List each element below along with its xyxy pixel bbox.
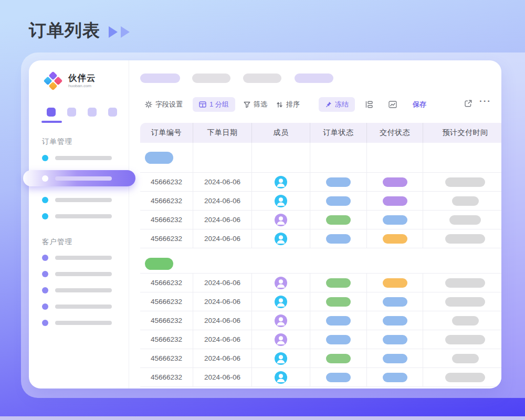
save-label: 保存: [413, 100, 426, 109]
table-row[interactable]: 45666232 2024-06-06: [140, 173, 501, 192]
filter-button[interactable]: 筛选: [244, 100, 267, 109]
sidebar-item[interactable]: [42, 213, 129, 219]
workspace-tab-active[interactable]: [47, 108, 56, 117]
table-row[interactable]: 45666232 2024-06-06: [140, 349, 501, 368]
table-row[interactable]: 45666232 2024-06-06: [140, 330, 501, 349]
share-button[interactable]: [464, 99, 472, 108]
column-header-order-date[interactable]: 下单日期: [193, 123, 252, 143]
member-cell: [252, 349, 310, 368]
member-cell: [252, 173, 310, 191]
order-status-pill: [326, 215, 351, 225]
view-tab-placeholder[interactable]: [192, 74, 230, 83]
view-tab-placeholder[interactable]: [295, 74, 333, 83]
workspace-tab[interactable]: [67, 108, 76, 117]
bullet-dot-icon: [42, 155, 48, 161]
freeze-button[interactable]: 冻结: [319, 97, 355, 112]
placeholder-bar: [55, 256, 112, 260]
column-header-order-number[interactable]: 订单编号: [140, 123, 193, 143]
column-header-delivery-status[interactable]: 交付状态: [367, 123, 423, 143]
placeholder-bar: [55, 288, 112, 292]
bullet-dot-icon: [42, 287, 48, 293]
order-date: 2024-06-06: [204, 216, 240, 224]
table-row[interactable]: 45666232 2024-06-06: [140, 311, 501, 330]
order-status-pill: [326, 354, 351, 363]
order-date-cell: 2024-06-06: [193, 173, 252, 191]
column-header-order-status[interactable]: 订单状态: [310, 123, 367, 143]
table-row[interactable]: 45666232 2024-06-06: [140, 229, 501, 248]
delivery-status-cell: [367, 211, 423, 229]
sidebar: 伙伴云 huoban.com 订单管理 客户管理: [29, 60, 129, 388]
sidebar-item-active[interactable]: [23, 170, 135, 186]
table-group-2: 45666232 2024-06-06 45666232 2024-: [140, 254, 501, 387]
table-row[interactable]: 45666232 2024-06-06: [140, 211, 501, 229]
funnel-icon: [244, 101, 250, 108]
order-date-cell: 2024-06-06: [193, 368, 252, 386]
order-date: 2024-06-06: [204, 354, 240, 362]
delivery-status-cell: [367, 173, 423, 191]
sidebar-item[interactable]: [42, 197, 129, 203]
sidebar-item[interactable]: [42, 287, 129, 293]
table-row[interactable]: 45666232 2024-06-06: [140, 368, 501, 387]
order-status-pill: [326, 278, 351, 288]
table-row[interactable]: 45666232 2024-06-06: [140, 292, 501, 311]
sort-label: 排序: [286, 100, 300, 109]
order-status-cell: [310, 274, 367, 292]
logo: 伙伴云 huoban.com: [43, 70, 129, 92]
group-pill[interactable]: [145, 152, 173, 164]
order-date-cell: 2024-06-06: [193, 211, 252, 229]
sidebar-item[interactable]: [42, 271, 129, 277]
chart-button[interactable]: [388, 100, 397, 109]
member-cell: [252, 274, 310, 292]
eta-pill: [445, 335, 485, 344]
order-number-cell: 45666232: [140, 173, 193, 191]
more-button[interactable]: ···: [479, 97, 491, 106]
field-settings-button[interactable]: 字段设置: [145, 100, 183, 109]
order-date: 2024-06-06: [204, 317, 240, 324]
row-height-button[interactable]: [365, 100, 373, 109]
order-number: 45666232: [151, 335, 182, 343]
order-number-cell: 45666232: [140, 274, 193, 292]
placeholder-bar: [55, 272, 112, 276]
save-button[interactable]: 保存: [413, 100, 426, 109]
column-header-member[interactable]: 成员: [252, 123, 310, 143]
order-status-cell: [310, 192, 367, 210]
eta-pill: [452, 316, 479, 326]
order-date: 2024-06-06: [204, 335, 240, 343]
order-number: 45666232: [151, 178, 182, 186]
bullet-dot-icon: [42, 175, 48, 182]
eta-cell: [423, 311, 501, 330]
member-cell: [252, 330, 310, 349]
sidebar-item[interactable]: [42, 320, 129, 326]
view-tab-placeholder[interactable]: [243, 74, 281, 83]
member-avatar: [275, 195, 287, 207]
eta-cell: [423, 192, 501, 210]
bullet-dot-icon: [42, 255, 48, 261]
order-number: 45666232: [151, 216, 182, 224]
table-row[interactable]: 45666232 2024-06-06: [140, 192, 501, 211]
order-status-pill: [326, 196, 351, 206]
eta-cell: [423, 368, 501, 386]
table-row[interactable]: 45666232 2024-06-06: [140, 274, 501, 292]
member-avatar: [275, 277, 287, 289]
group-button[interactable]: 1 分组: [193, 97, 235, 112]
column-header-eta[interactable]: 预计交付时间: [423, 123, 501, 143]
sidebar-item[interactable]: [42, 155, 129, 161]
delivery-status-cell: [367, 311, 423, 330]
group-pill[interactable]: [145, 258, 173, 270]
delivery-status-pill: [383, 278, 407, 288]
order-number-cell: 45666232: [140, 192, 193, 210]
order-date: 2024-06-06: [204, 235, 240, 243]
workspace-tab[interactable]: [88, 108, 97, 117]
eta-pill: [449, 215, 481, 225]
order-date-cell: 2024-06-06: [193, 229, 252, 248]
sidebar-item[interactable]: [42, 255, 129, 261]
member-cell: [252, 229, 310, 248]
workspace-tabs: [47, 108, 129, 117]
sort-button[interactable]: 排序: [276, 100, 300, 109]
sidebar-item[interactable]: [42, 303, 129, 310]
order-date: 2024-06-06: [204, 197, 240, 205]
view-tab-placeholder[interactable]: [140, 74, 180, 83]
order-status-pill: [326, 316, 351, 326]
delivery-status-pill: [383, 196, 407, 206]
workspace-tab[interactable]: [108, 108, 117, 117]
